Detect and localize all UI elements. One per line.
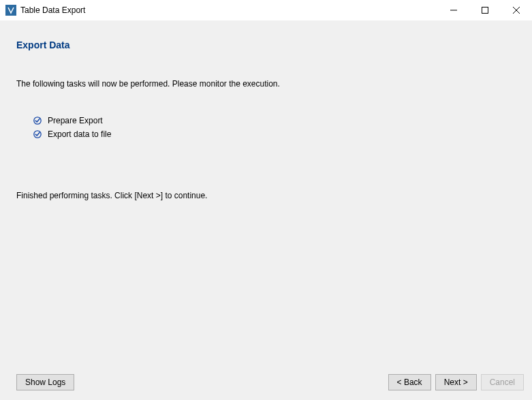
task-label: Export data to file: [48, 129, 111, 139]
finished-text: Finished performing tasks. Click [Next >…: [16, 191, 516, 200]
task-label: Prepare Export: [48, 116, 103, 125]
back-button[interactable]: < Back: [388, 374, 431, 390]
svg-rect-1: [482, 7, 488, 14]
close-button[interactable]: [501, 0, 532, 20]
minimize-button[interactable]: [438, 0, 469, 20]
next-button[interactable]: Next >: [435, 374, 477, 390]
checkmark-icon: [33, 129, 42, 139]
checkmark-icon: [33, 116, 42, 125]
footer-right: < Back Next > Cancel: [388, 374, 524, 390]
show-logs-button[interactable]: Show Logs: [16, 374, 74, 390]
task-item: Export data to file: [33, 129, 516, 139]
page-title: Export Data: [16, 40, 516, 50]
task-item: Prepare Export: [33, 116, 516, 125]
maximize-button[interactable]: [469, 0, 501, 20]
cancel-button: Cancel: [481, 374, 524, 390]
window-controls: [438, 0, 532, 20]
app-icon: [5, 5, 16, 16]
window-title: Table Data Export: [20, 5, 85, 15]
instruction-text: The following tasks will now be performe…: [16, 79, 516, 89]
titlebar: Table Data Export: [0, 0, 532, 20]
content-area: Export Data The following tasks will now…: [0, 20, 532, 400]
task-list: Prepare Export Export data to file: [33, 116, 516, 139]
footer: Show Logs < Back Next > Cancel: [16, 374, 524, 390]
